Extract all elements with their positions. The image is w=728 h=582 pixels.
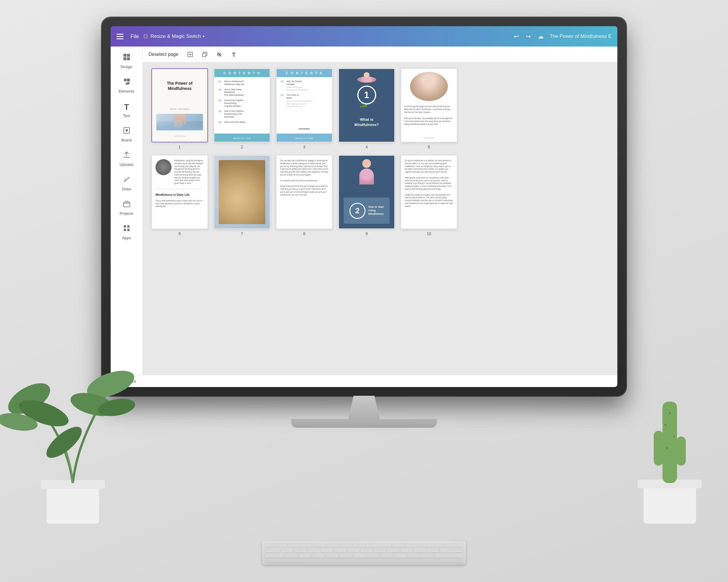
page3-contents-title: C O N T E N T S — [279, 71, 330, 75]
monitor-screen: File Resize & Magic Switch ▾ ↩ ↪ ☁ The P… — [111, 26, 617, 387]
file-menu[interactable]: File — [130, 33, 139, 39]
sidebar-item-uploads[interactable]: Uploads — [113, 147, 140, 170]
notes-bar: 📝 Notes — [111, 375, 617, 387]
add-page-button[interactable] — [185, 50, 195, 59]
page-thumb-7[interactable] — [214, 155, 270, 229]
svg-rect-18 — [124, 54, 126, 57]
svg-rect-19 — [127, 54, 130, 57]
page-thumb-8[interactable]: You can also use mindfulness to engage i… — [276, 155, 333, 229]
sidebar-text-label: Text — [123, 113, 130, 118]
page-thumb-10[interactable]: So you're mindfulness is a method, the m… — [401, 155, 457, 229]
page-thumb-6[interactable]: Mindfulness: using the techniques will a… — [151, 155, 208, 229]
svg-point-22 — [124, 79, 127, 82]
hide-page-button[interactable] — [214, 50, 224, 59]
svg-point-17 — [666, 447, 668, 449]
menu-button[interactable] — [116, 32, 126, 41]
sidebar-item-brand[interactable]: Brand — [113, 123, 140, 146]
page-number-9: 9 — [365, 231, 368, 236]
svg-rect-35 — [202, 53, 206, 57]
redo-button[interactable]: ↪ — [525, 32, 532, 41]
page-item-4: 🌿 1 What isMindfulness? — [338, 68, 395, 149]
monitor-base — [291, 419, 437, 428]
page-number-8: 8 — [303, 231, 306, 236]
svg-rect-29 — [124, 225, 126, 227]
page-thumb-4[interactable]: 🌿 1 What isMindfulness? — [338, 68, 395, 142]
page-number-2: 2 — [241, 145, 243, 149]
sidebar-item-apps[interactable]: Apps — [113, 221, 140, 244]
main-area: Design Elements T Text — [111, 47, 617, 375]
sidebar-item-draw[interactable]: Draw — [113, 172, 140, 195]
pages-grid: The Power ofMindfulness Author: Your Nam… — [143, 62, 617, 242]
desktop-scene: File Resize & Magic Switch ▾ ↩ ↪ ☁ The P… — [0, 0, 728, 582]
monitor-stand — [338, 396, 390, 419]
svg-point-15 — [665, 424, 666, 426]
draw-icon — [123, 175, 130, 185]
projects-icon — [123, 200, 130, 210]
page-thumb-2[interactable]: C O N T E N T S 01What is Mindfulness?Mi… — [214, 68, 270, 142]
copy-page-button[interactable] — [200, 50, 210, 59]
document-title: The Power of Mindfulness E — [549, 33, 612, 39]
page-10-content: So you're mindfulness is a method, the m… — [401, 156, 457, 228]
sidebar-item-design[interactable]: Design — [113, 50, 140, 73]
resize-magic-switch-button[interactable]: Resize & Magic Switch ▾ — [144, 33, 204, 39]
svg-point-16 — [673, 436, 675, 437]
deselect-page-button[interactable]: Deselect page — [149, 52, 178, 57]
svg-rect-25 — [127, 82, 130, 84]
page-item-1: The Power ofMindfulness Author: Your Nam… — [151, 68, 208, 149]
svg-rect-12 — [654, 431, 663, 466]
sidebar-item-projects[interactable]: Projects — [113, 196, 140, 219]
page-item-2: C O N T E N T S 01What is Mindfulness?Mi… — [214, 68, 270, 149]
svg-rect-28 — [124, 202, 130, 207]
page-thumb-1[interactable]: The Power ofMindfulness Author: Your Nam… — [151, 68, 208, 142]
save-cloud-button[interactable]: ☁ — [537, 32, 545, 41]
undo-button[interactable]: ↩ — [513, 32, 520, 41]
page-thumb-9[interactable]: 2 How to StartUsingMindfulness — [338, 155, 395, 229]
design-icon — [123, 53, 130, 63]
page-number-1: 1 — [179, 145, 181, 149]
page-number-4: 4 — [365, 145, 368, 149]
page-item-5: Scroll through the pages and you will se… — [401, 68, 457, 149]
svg-rect-30 — [127, 225, 130, 227]
svg-rect-21 — [127, 57, 130, 60]
page-item-10: So you're mindfulness is a method, the m… — [401, 155, 457, 236]
text-icon: T — [124, 103, 129, 112]
delete-page-button[interactable] — [229, 50, 239, 59]
page-number-3: 3 — [303, 145, 306, 149]
canvas-toolbar: Deselect page — [143, 47, 617, 62]
page-item-7: 7 — [214, 155, 270, 236]
svg-point-27 — [126, 129, 128, 132]
svg-rect-9 — [644, 483, 696, 524]
page-item-3: C O N T E N T S 06Why You ShouldVisualiz… — [276, 68, 333, 149]
page-9-content: 2 How to StartUsingMindfulness — [339, 156, 394, 228]
page-number-5: 5 — [428, 145, 430, 149]
page-5-content: Scroll through the pages and you will se… — [401, 69, 457, 142]
page-thumb-5[interactable]: Scroll through the pages and you will se… — [401, 68, 457, 142]
sidebar-item-text[interactable]: T Text — [113, 99, 140, 122]
pages-row-1: The Power ofMindfulness Author: Your Nam… — [151, 68, 608, 149]
keyboard — [262, 541, 466, 564]
canvas-area[interactable]: Deselect page — [143, 47, 617, 375]
page-7-content — [214, 156, 270, 228]
brand-icon — [123, 127, 130, 136]
sidebar-uploads-label: Uploads — [120, 162, 134, 167]
pages-row-2: Mindfulness: using the techniques will a… — [151, 155, 608, 236]
sidebar-projects-label: Projects — [120, 211, 133, 216]
elements-icon — [123, 78, 130, 87]
page-item-6: Mindfulness: using the techniques will a… — [151, 155, 208, 236]
page-item-9: 2 How to StartUsingMindfulness 9 — [338, 155, 395, 236]
sidebar-item-elements[interactable]: Elements — [113, 74, 140, 97]
page-1-content: The Power ofMindfulness Author: Your Nam… — [152, 69, 207, 142]
sidebar-brand-label: Brand — [122, 138, 132, 142]
svg-rect-13 — [676, 437, 686, 466]
sidebar-draw-label: Draw — [122, 187, 131, 191]
page-2-content: C O N T E N T S 01What is Mindfulness?Mi… — [214, 69, 270, 142]
plant-left-decoration — [0, 320, 146, 524]
svg-rect-20 — [124, 57, 126, 60]
sidebar-apps-label: Apps — [122, 236, 131, 240]
svg-rect-31 — [124, 229, 126, 231]
monitor-body: File Resize & Magic Switch ▾ ↩ ↪ ☁ The P… — [102, 18, 626, 396]
svg-point-14 — [669, 412, 671, 414]
apps-icon — [123, 224, 130, 234]
page-thumb-3[interactable]: C O N T E N T S 06Why You ShouldVisualiz… — [276, 68, 333, 142]
page-6-content: Mindfulness: using the techniques will a… — [152, 156, 207, 228]
